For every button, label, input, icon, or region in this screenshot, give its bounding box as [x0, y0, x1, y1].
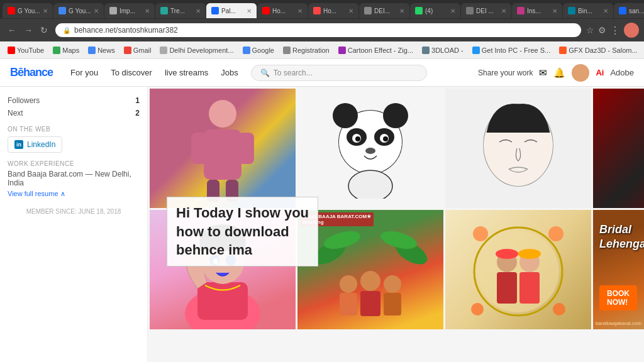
- tab-youtube[interactable]: G You... ✕: [3, 3, 53, 18]
- reg-favicon: [283, 47, 291, 54]
- bookmark-maps[interactable]: Maps: [50, 45, 82, 55]
- getintopc-favicon: [472, 47, 480, 54]
- project-card-7[interactable]: [445, 210, 591, 329]
- tutorial-text-overlay: Hi Today I show you how to download behn…: [167, 197, 318, 266]
- bookmark-news[interactable]: News: [86, 45, 118, 55]
- tab-favicon-ho1: [262, 7, 270, 14]
- project-card-2[interactable]: [297, 89, 443, 208]
- tab-label-ho2: Ho...: [323, 8, 336, 14]
- tab-close-tre[interactable]: ✕: [196, 8, 201, 14]
- content-area: BAND BAWE 8449395: [148, 87, 644, 362]
- message-icon[interactable]: ✉: [539, 67, 547, 79]
- svg-point-0: [209, 100, 236, 128]
- bookmark-gfx[interactable]: GFX Daz3D - Salom...: [557, 45, 640, 55]
- bookmarks-icon[interactable]: ☆: [586, 25, 594, 35]
- nav-jobs[interactable]: Jobs: [221, 68, 238, 77]
- bookmark-cartoon[interactable]: Cartoon Effect - Zig...: [336, 45, 416, 55]
- behance-header: Bēhance For you To discover live streams…: [0, 59, 644, 87]
- bookmark-getintopc[interactable]: Get Into PC - Free S...: [470, 45, 553, 55]
- work-experience-label: WORK EXPERIENCE: [8, 160, 140, 167]
- tab-close-img[interactable]: ✕: [145, 8, 150, 14]
- tab-close-yt[interactable]: ✕: [43, 8, 48, 14]
- nav-buttons: ← → ↻: [5, 24, 50, 36]
- svg-point-36: [384, 275, 401, 293]
- tab-close-wa[interactable]: ✕: [450, 8, 455, 14]
- project-card-6[interactable]: BAND BAAJA BARAT.COM★Wedding: [297, 210, 443, 329]
- tab-close-ig[interactable]: ✕: [552, 8, 557, 14]
- url-bar[interactable]: 🔒 behance.net/santoshkumar382: [55, 23, 581, 37]
- view-resume-link[interactable]: View full resume ∧: [8, 190, 140, 198]
- search-bar[interactable]: 🔍 To search...: [251, 65, 427, 81]
- tab-close-g[interactable]: ✕: [94, 8, 99, 14]
- refresh-button[interactable]: ↻: [38, 24, 50, 36]
- profile-avatar[interactable]: [624, 23, 639, 38]
- bookmark-google[interactable]: Google: [240, 45, 277, 55]
- tab-behance[interactable]: Pal... ✕: [206, 3, 257, 18]
- tab-close-bi[interactable]: ✕: [603, 8, 608, 14]
- tab-youtube2[interactable]: G You... ✕: [53, 3, 104, 18]
- nav-live-streams[interactable]: live streams: [165, 68, 208, 77]
- tab-close-ho1[interactable]: ✕: [297, 8, 303, 14]
- tab-img[interactable]: Imp... ✕: [104, 3, 155, 18]
- svg-point-16: [365, 148, 375, 154]
- tab-tre[interactable]: Tre... ✕: [155, 3, 206, 18]
- tab-whatsapp[interactable]: (4) ✕: [410, 3, 460, 18]
- nav-to-discover[interactable]: To discover: [111, 68, 152, 77]
- tab-close-dei2[interactable]: ✕: [501, 8, 506, 14]
- tab-label-g: G You...: [69, 8, 91, 14]
- menu-icon[interactable]: ⋮: [610, 25, 620, 36]
- nav-for-you[interactable]: For you: [70, 68, 98, 77]
- linkedin-badge[interactable]: in LinkedIn: [8, 136, 62, 153]
- extension-icon[interactable]: ⚙: [598, 25, 606, 35]
- svg-point-40: [473, 226, 488, 241]
- tab-ho1[interactable]: Ho... ✕: [257, 3, 308, 18]
- share-your-work-button[interactable]: Share your work: [478, 69, 533, 77]
- forward-button[interactable]: →: [21, 24, 35, 36]
- tab-label-wa: (4): [425, 8, 433, 14]
- url-text: behance.net/santoshkumar382: [74, 26, 178, 35]
- tab-favicon-san: [619, 7, 626, 14]
- header-right: Share your work ✉ 🔔 Ai Adobe: [478, 64, 634, 82]
- lock-icon: 🔒: [63, 27, 70, 34]
- svg-point-48: [496, 249, 518, 259]
- adobe-label[interactable]: Adobe: [610, 68, 634, 77]
- tab-dei2[interactable]: DEI ... ✕: [461, 3, 511, 18]
- bookmark-youtube[interactable]: YouTube: [5, 45, 47, 55]
- project-card-1[interactable]: [150, 89, 296, 208]
- tab-close-ho2[interactable]: ✕: [348, 8, 353, 14]
- main-area: Followers 1 Next 2 ON THE WEB in LinkedI…: [0, 87, 644, 362]
- svg-rect-3: [238, 133, 254, 164]
- tab-bing[interactable]: Bin... ✕: [563, 3, 613, 18]
- svg-rect-1: [204, 129, 242, 180]
- tab-favicon-tre: [160, 7, 168, 14]
- sidebar-stat-followers: Followers 1: [8, 94, 140, 107]
- tab-dei1[interactable]: DEI... ✕: [359, 3, 409, 18]
- bookmark-registration[interactable]: Registration: [280, 45, 332, 55]
- bookmark-label-delhi: Delhi Development...: [169, 47, 233, 54]
- bookmark-delhi[interactable]: Delhi Development...: [157, 45, 236, 55]
- back-button[interactable]: ←: [5, 24, 19, 36]
- address-bar: ← → ↻ 🔒 behance.net/santoshkumar382 ☆ ⚙ …: [0, 19, 644, 41]
- svg-point-8: [333, 103, 358, 128]
- book-now-badge[interactable]: BOOKNOW!: [599, 285, 637, 310]
- notification-icon[interactable]: 🔔: [553, 67, 565, 79]
- svg-point-34: [360, 271, 380, 291]
- tab-close-be[interactable]: ✕: [247, 8, 252, 14]
- bookmark-gmail[interactable]: Gmail: [121, 45, 154, 55]
- on-the-web-label: ON THE WEB: [8, 126, 140, 133]
- tab-close-dei1[interactable]: ✕: [399, 8, 404, 14]
- wedding-event-scene: [311, 228, 430, 325]
- tab-label-ho1: Ho...: [272, 8, 286, 14]
- project-card-3[interactable]: [445, 89, 591, 208]
- bookmark-3dload[interactable]: 3DLOAD -: [419, 45, 466, 55]
- bookmark-label-yt: YouTube: [17, 47, 44, 54]
- user-avatar[interactable]: [572, 64, 589, 82]
- project-card-8[interactable]: BridalLehenga BOOKNOW! bandbaajabarat.co…: [593, 210, 644, 329]
- svg-point-41: [548, 226, 564, 241]
- project-card-4[interactable]: BAND BAWE 8449395: [593, 89, 644, 208]
- tab-instagram[interactable]: Ins... ✕: [512, 3, 562, 18]
- tab-ho2[interactable]: Ho... ✕: [308, 3, 358, 18]
- behance-logo[interactable]: Bēhance: [10, 66, 53, 79]
- browser-chrome: G You... ✕ G You... ✕ Imp... ✕ Tre... ✕ …: [0, 0, 644, 59]
- tab-santosh[interactable]: san... ✕: [614, 3, 644, 18]
